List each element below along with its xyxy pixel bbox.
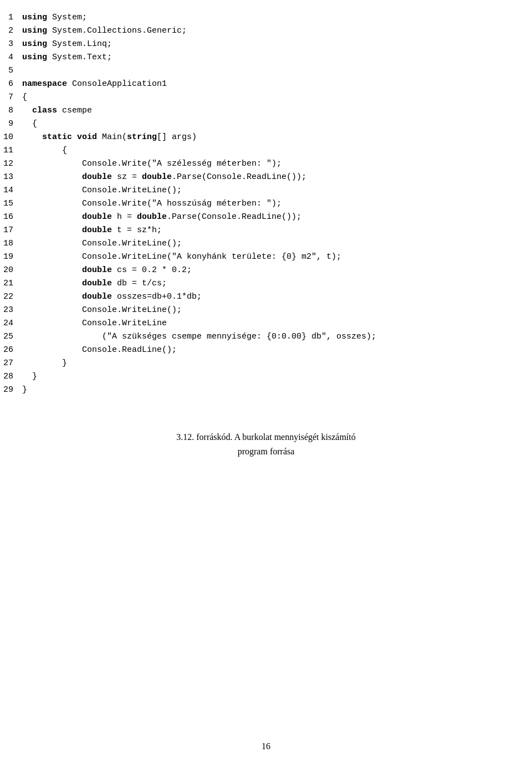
line-content: static void Main(string[] args) (22, 131, 532, 144)
line-content: } (22, 370, 532, 383)
line-number: 1 (0, 11, 22, 24)
keyword: class (22, 106, 57, 115)
line-content: } (22, 357, 532, 370)
line-number: 19 (0, 250, 22, 263)
line-number: 29 (0, 383, 22, 396)
line-number: 12 (0, 157, 22, 170)
line-content: Console.Write("A hosszúság méterben: "); (22, 197, 532, 210)
code-line: 28 } (0, 370, 532, 383)
keyword: double (82, 212, 112, 222)
code-line: 9 { (0, 117, 532, 131)
keyword: double (137, 212, 167, 222)
code-line: 21 double db = t/cs; (0, 277, 532, 290)
keyword: using (22, 13, 47, 22)
code-line: 19 Console.WriteLine("A konyhánk terület… (0, 250, 532, 264)
code-line: 14 Console.WriteLine(); (0, 184, 532, 197)
line-number: 7 (0, 91, 22, 104)
code-line: 22 double osszes=db+0.1*db; (0, 290, 532, 304)
line-content: using System; (22, 11, 532, 24)
line-number: 22 (0, 290, 22, 303)
code-line: 7{ (0, 91, 532, 104)
line-content: namespace ConsoleApplication1 (22, 78, 532, 90)
caption-line2: program forrása (0, 444, 532, 459)
line-number: 15 (0, 197, 22, 210)
code-line: 26 Console.ReadLine(); (0, 344, 532, 357)
code-line: 13 double sz = double.Parse(Console.Read… (0, 171, 532, 184)
line-number: 20 (0, 264, 22, 277)
code-line: 5 (0, 64, 532, 78)
line-content: Console.WriteLine("A konyhánk területe: … (22, 250, 532, 263)
line-number: 28 (0, 370, 22, 383)
line-number: 21 (0, 277, 22, 290)
line-number: 13 (0, 171, 22, 183)
line-content: Console.Write("A szélesség méterben: "); (22, 157, 532, 170)
line-content: ("A szükséges csempe mennyisége: {0:0.00… (22, 330, 532, 343)
line-content: double h = double.Parse(Console.ReadLine… (22, 211, 532, 223)
line-content: class csempe (22, 104, 532, 117)
line-number: 27 (0, 357, 22, 370)
line-content: double sz = double.Parse(Console.ReadLin… (22, 171, 532, 183)
code-line: 11 { (0, 144, 532, 157)
line-content: using System.Collections.Generic; (22, 24, 532, 37)
code-line: 20 double cs = 0.2 * 0.2; (0, 264, 532, 277)
page-number: 16 (0, 741, 532, 751)
line-content: { (22, 144, 532, 157)
line-number: 11 (0, 144, 22, 157)
line-number: 14 (0, 184, 22, 197)
code-line: 15 Console.Write("A hosszúság méterben: … (0, 197, 532, 211)
line-number: 9 (0, 117, 22, 130)
code-line: 16 double h = double.Parse(Console.ReadL… (0, 211, 532, 224)
line-number: 18 (0, 237, 22, 250)
line-content: Console.WriteLine (22, 317, 532, 330)
line-content: double db = t/cs; (22, 277, 532, 290)
keyword: double (82, 292, 112, 301)
keyword: using (22, 39, 47, 49)
code-line: 27 } (0, 357, 532, 370)
line-number: 8 (0, 104, 22, 117)
line-content: } (22, 383, 532, 396)
line-content: { (22, 91, 532, 104)
line-content: double t = sz*h; (22, 224, 532, 237)
code-line: 8 class csempe (0, 104, 532, 117)
code-line: 6namespace ConsoleApplication1 (0, 78, 532, 91)
line-number: 26 (0, 344, 22, 356)
figure-caption: 3.12. forráskód. A burkolat mennyiségét … (0, 430, 532, 458)
line-number: 3 (0, 38, 22, 50)
code-block: 1using System;2using System.Collections.… (0, 0, 532, 408)
keyword: double (82, 279, 112, 288)
line-number: 17 (0, 224, 22, 237)
line-number: 5 (0, 64, 22, 77)
code-line: 23 Console.WriteLine(); (0, 304, 532, 317)
code-line: 10 static void Main(string[] args) (0, 131, 532, 144)
line-number: 10 (0, 131, 22, 144)
line-content: using System.Text; (22, 51, 532, 64)
code-line: 3using System.Linq; (0, 38, 532, 51)
line-content: double osszes=db+0.1*db; (22, 290, 532, 303)
line-number: 23 (0, 304, 22, 316)
keyword: double (82, 172, 112, 182)
code-line: 25 ("A szükséges csempe mennyisége: {0:0… (0, 330, 532, 344)
line-content: using System.Linq; (22, 38, 532, 50)
line-number: 25 (0, 330, 22, 343)
line-content: Console.WriteLine(); (22, 184, 532, 197)
line-number: 6 (0, 78, 22, 90)
code-line: 29} (0, 383, 532, 397)
keyword: static (42, 132, 72, 142)
caption-line1: 3.12. forráskód. A burkolat mennyiségét … (0, 430, 532, 444)
code-line: 4using System.Text; (0, 51, 532, 64)
line-number: 24 (0, 317, 22, 330)
line-number: 16 (0, 211, 22, 223)
line-number: 2 (0, 24, 22, 37)
keyword: using (22, 53, 47, 62)
line-content: Console.ReadLine(); (22, 344, 532, 356)
keyword: void (77, 132, 97, 142)
line-content: double cs = 0.2 * 0.2; (22, 264, 532, 277)
code-line: 1using System; (0, 11, 532, 24)
line-number: 4 (0, 51, 22, 64)
code-line: 2using System.Collections.Generic; (0, 24, 532, 38)
keyword: namespace (22, 79, 67, 89)
line-content: { (22, 117, 532, 130)
keyword: string (127, 132, 157, 142)
line-content: Console.WriteLine(); (22, 237, 532, 250)
code-line: 17 double t = sz*h; (0, 224, 532, 237)
